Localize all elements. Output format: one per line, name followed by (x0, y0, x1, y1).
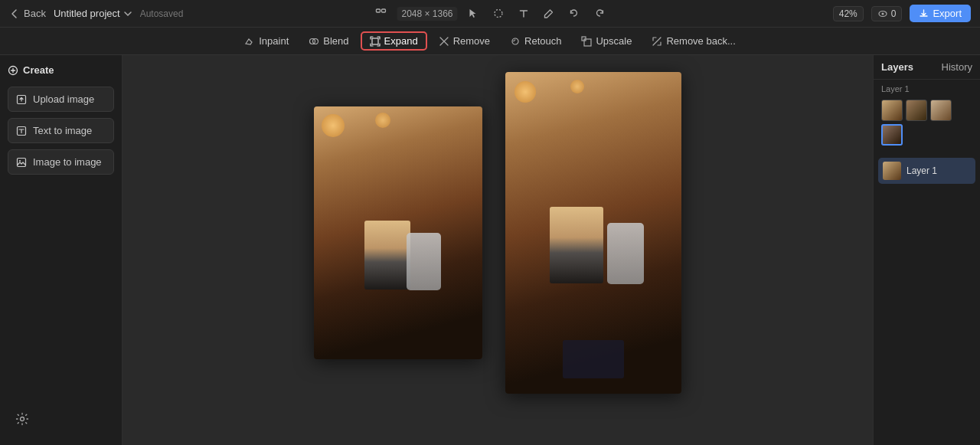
expand-icon (370, 36, 381, 47)
fit-icon (374, 8, 387, 20)
text-tool-icon (518, 8, 530, 19)
blend-label: Blend (323, 35, 348, 47)
image-to-image-label: Image to image (33, 156, 102, 168)
upload-image-label: Upload image (33, 93, 94, 105)
project-name[interactable]: Untitled project (54, 8, 132, 19)
sidebar-bottom (8, 406, 114, 436)
topbar: Back Untitled project Autosaved 2048 × 1… (0, 0, 980, 28)
svg-rect-14 (18, 158, 26, 166)
upload-icon (16, 94, 27, 105)
sidebar-create-label: Create (23, 64, 54, 76)
expand-button[interactable]: Expand (361, 31, 427, 51)
svg-point-2 (495, 10, 502, 18)
eye-count: 0 (891, 8, 897, 19)
remove-bg-icon (652, 36, 662, 47)
pen-button[interactable] (540, 6, 559, 21)
history-label[interactable]: History (942, 61, 972, 73)
lasso-button[interactable] (489, 6, 508, 21)
project-name-text: Untitled project (54, 8, 120, 19)
undo-button[interactable] (565, 6, 584, 21)
layer-thumb-2[interactable] (906, 100, 927, 121)
svg-point-16 (21, 417, 24, 421)
topbar-left: Back Untitled project Autosaved (9, 8, 183, 19)
fit-screen-button[interactable] (371, 6, 390, 21)
lasso-icon (493, 8, 505, 19)
retouch-button[interactable]: Retouch (501, 32, 570, 50)
layers-label: Layers (881, 61, 913, 73)
zoom-control[interactable]: 42% (833, 6, 864, 21)
layer-thumb-4[interactable] (881, 124, 903, 146)
topbar-center: 2048 × 1366 (371, 6, 609, 21)
undo-icon (569, 8, 580, 19)
back-label: Back (24, 8, 46, 19)
cursor-button[interactable] (464, 6, 483, 21)
layer-item-name-1: Layer 1 (906, 165, 937, 176)
export-label: Export (933, 8, 962, 19)
text-to-image-label: Text to image (33, 125, 92, 136)
layer-item-1[interactable]: Layer 1 (878, 158, 975, 184)
pen-icon (544, 8, 555, 19)
dimensions-display: 2048 × 1366 (397, 7, 457, 21)
svg-rect-7 (372, 38, 378, 44)
svg-point-4 (881, 12, 884, 15)
remove-icon (439, 36, 449, 47)
redo-icon (594, 8, 606, 19)
remove-label: Remove (453, 35, 490, 47)
upload-image-button[interactable]: Upload image (8, 87, 114, 112)
upscale-button[interactable]: Upscale (573, 32, 640, 50)
canvas-image-right[interactable] (505, 72, 681, 394)
layers-list: Layer 1 (874, 152, 980, 190)
back-button[interactable]: Back (9, 8, 46, 19)
svg-point-8 (512, 38, 518, 44)
text-icon (16, 126, 27, 136)
blend-button[interactable]: Blend (300, 32, 357, 50)
main-layout: Create Upload image Text to image Image … (0, 55, 980, 445)
blend-icon (309, 36, 319, 47)
cursor-icon (468, 8, 479, 19)
layer-thumb-3[interactable] (930, 100, 952, 121)
back-arrow-icon (9, 8, 20, 19)
canvas-image-left[interactable] (314, 106, 482, 359)
layer-item-thumb-1 (883, 162, 901, 180)
export-button[interactable]: Export (910, 5, 971, 22)
topbar-right: 42% 0 Export (833, 5, 971, 22)
svg-point-15 (19, 160, 21, 162)
sidebar-title: Create (8, 64, 114, 76)
layer1-section-label: Layer 1 (874, 80, 980, 97)
inpaint-button[interactable]: Inpaint (236, 32, 297, 50)
inpaint-icon (244, 36, 255, 47)
settings-icon (15, 412, 29, 426)
eye-button[interactable]: 0 (871, 6, 903, 21)
eye-icon (877, 8, 888, 19)
settings-button[interactable] (15, 412, 29, 430)
text-tool-button[interactable] (514, 6, 534, 21)
canvas-area[interactable] (122, 55, 873, 445)
svg-rect-0 (376, 9, 380, 12)
remove-bg-button[interactable]: Remove back... (643, 32, 743, 50)
expand-label: Expand (384, 35, 418, 47)
retouch-label: Retouch (524, 35, 561, 47)
export-icon (919, 8, 929, 18)
upscale-icon (581, 36, 592, 47)
remove-bg-label: Remove back... (666, 35, 735, 47)
text-to-image-button[interactable]: Text to image (8, 118, 114, 143)
chevron-down-icon (123, 9, 132, 18)
remove-button[interactable]: Remove (430, 32, 498, 50)
autosaved-label: Autosaved (140, 8, 184, 19)
layer-thumbnails (874, 97, 980, 152)
svg-rect-10 (584, 39, 591, 46)
inpaint-label: Inpaint (259, 35, 289, 47)
image-to-image-button[interactable]: Image to image (8, 149, 114, 175)
svg-rect-1 (381, 9, 385, 12)
toolbar: Inpaint Blend Expand Remove Retouch (0, 28, 980, 55)
image-icon (16, 157, 27, 168)
redo-button[interactable] (590, 6, 609, 21)
layers-header: Layers History (874, 55, 980, 80)
canvas-images (314, 106, 681, 394)
upscale-label: Upscale (596, 35, 632, 47)
create-icon (8, 65, 18, 76)
layers-panel: Layers History Layer 1 Layer 1 (873, 55, 980, 445)
sidebar: Create Upload image Text to image Image … (0, 55, 122, 445)
layer-thumb-1[interactable] (881, 100, 903, 121)
retouch-icon (510, 36, 521, 47)
